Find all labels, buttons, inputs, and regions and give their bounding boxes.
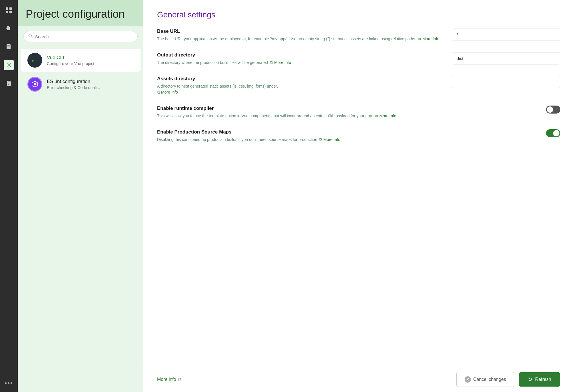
base-url-input[interactable] xyxy=(452,29,560,41)
sidebar: ••• xyxy=(0,0,18,392)
search-bar-wrap xyxy=(18,26,143,45)
svg-rect-13 xyxy=(8,84,9,85)
svg-point-8 xyxy=(8,64,10,66)
more-info-link-output-dir[interactable]: ⧉ More Info xyxy=(270,60,291,66)
setting-row-source-maps: Enable Production Source Maps Disabling … xyxy=(157,129,560,143)
vue-cli-desc: Configure your Vue project xyxy=(47,61,94,66)
footer-more-info-label: More info xyxy=(157,377,176,382)
external-link-icon-4: ⧉ xyxy=(375,113,378,119)
setting-label-base-url: Base URL xyxy=(157,29,443,34)
main-body: General settings Base URL The base URL y… xyxy=(143,0,574,367)
refresh-button[interactable]: ↻ Refresh xyxy=(519,372,560,387)
svg-rect-11 xyxy=(8,83,10,83)
setting-control-source-maps xyxy=(452,129,560,137)
svg-rect-10 xyxy=(8,81,10,82)
more-info-link-base-url[interactable]: ⧉ More Info xyxy=(418,36,439,42)
search-icon xyxy=(28,34,33,39)
setting-control-runtime-compiler xyxy=(452,106,560,114)
settings-icon[interactable] xyxy=(4,60,14,70)
external-link-icon-3: ⧉ xyxy=(157,89,160,95)
toggle-thumb xyxy=(547,106,553,113)
external-link-icon-2: ⧉ xyxy=(270,60,273,66)
svg-rect-6 xyxy=(7,46,10,47)
more-info-link-assets-dir[interactable]: ⧉ More Info xyxy=(157,89,178,95)
search-input[interactable] xyxy=(35,34,133,39)
setting-desc-runtime-compiler: This will allow you to use the template … xyxy=(157,113,443,119)
svg-rect-12 xyxy=(8,84,10,84)
external-link-icon: ⧉ xyxy=(418,36,421,42)
cancel-label: Cancel changes xyxy=(473,377,506,382)
refresh-icon: ↻ xyxy=(528,376,532,383)
setting-label-output-dir: Output directory xyxy=(157,52,443,58)
svg-rect-7 xyxy=(7,47,9,47)
plugin-item-eslint[interactable]: ESLint configuration Error checking & Co… xyxy=(21,73,141,96)
puzzle-icon[interactable] xyxy=(4,23,14,34)
setting-label-source-maps: Enable Production Source Maps xyxy=(157,129,443,135)
search-bar xyxy=(23,31,138,42)
assets-dir-input[interactable] xyxy=(452,76,560,88)
setting-row-base-url: Base URL The base URL your application w… xyxy=(157,29,560,42)
page-title: Project configuration xyxy=(26,8,135,20)
refresh-label: Refresh xyxy=(535,377,551,382)
more-info-link-runtime-compiler[interactable]: ⧉ More Info xyxy=(375,113,396,119)
plugin-item-vue-cli[interactable]: ▸_ Vue CLI Configure your Vue project xyxy=(21,49,141,72)
eslint-avatar xyxy=(27,77,42,92)
setting-label-assets-dir: Assets directory xyxy=(157,76,443,82)
setting-control-assets-dir xyxy=(452,76,560,88)
more-info-link-source-maps[interactable]: ⧉ More Info xyxy=(319,137,340,143)
left-panel: Project configuration ▸_ Vue CLI Configu… xyxy=(18,0,143,392)
svg-rect-0 xyxy=(6,7,8,10)
setting-row-output-dir: Output directory The directory where the… xyxy=(157,52,560,66)
vue-cli-name: Vue CLI xyxy=(47,55,94,60)
toggle-thumb-on xyxy=(553,130,559,136)
svg-rect-3 xyxy=(9,11,12,13)
external-link-icon-5: ⧉ xyxy=(319,137,322,143)
setting-row-assets-dir: Assets directory A directory to nest gen… xyxy=(157,76,560,95)
svg-point-17 xyxy=(34,83,36,85)
setting-info-output-dir: Output directory The directory where the… xyxy=(157,52,443,66)
page-header: Project configuration xyxy=(18,0,143,26)
dashboard-icon[interactable] xyxy=(4,5,14,15)
cancel-icon: ✕ xyxy=(465,376,471,383)
eslint-desc: Error checking & Code quali... xyxy=(47,85,100,90)
setting-info-assets-dir: Assets directory A directory to nest gen… xyxy=(157,76,443,95)
footer-actions: ✕ Cancel changes ↻ Refresh xyxy=(456,372,560,387)
setting-desc-assets-dir: A directory to nest generated static ass… xyxy=(157,83,443,95)
setting-row-runtime-compiler: Enable runtime compiler This will allow … xyxy=(157,106,560,119)
setting-control-base-url xyxy=(452,29,560,41)
setting-desc-base-url: The base URL your application will be de… xyxy=(157,36,443,42)
clipboard-icon[interactable] xyxy=(4,78,14,88)
setting-control-output-dir xyxy=(452,52,560,64)
svg-line-15 xyxy=(31,37,33,38)
footer-more-info-link[interactable]: More info ⧉ xyxy=(157,377,181,382)
cancel-changes-button[interactable]: ✕ Cancel changes xyxy=(456,372,514,387)
output-dir-input[interactable] xyxy=(452,52,560,64)
main-footer: More info ⧉ ✕ Cancel changes ↻ Refresh xyxy=(143,367,574,392)
svg-rect-5 xyxy=(7,45,10,46)
setting-info-source-maps: Enable Production Source Maps Disabling … xyxy=(157,129,443,143)
setting-info-base-url: Base URL The base URL your application w… xyxy=(157,29,443,42)
runtime-compiler-toggle[interactable] xyxy=(546,106,560,114)
footer-external-link-icon: ⧉ xyxy=(178,377,181,382)
more-options-icon[interactable]: ••• xyxy=(5,379,13,387)
source-maps-toggle[interactable] xyxy=(546,129,560,137)
setting-label-runtime-compiler: Enable runtime compiler xyxy=(157,106,443,111)
vue-cli-avatar: ▸_ xyxy=(27,53,42,68)
setting-desc-source-maps: Disabling this can speed up production b… xyxy=(157,137,443,143)
main-content: General settings Base URL The base URL y… xyxy=(143,0,574,392)
eslint-name: ESLint configuration xyxy=(47,79,100,84)
setting-desc-output-dir: The directory where the production build… xyxy=(157,60,443,66)
svg-rect-1 xyxy=(9,7,12,10)
setting-info-runtime-compiler: Enable runtime compiler This will allow … xyxy=(157,106,443,119)
section-title: General settings xyxy=(157,10,560,19)
vue-cli-info: Vue CLI Configure your Vue project xyxy=(47,55,94,66)
svg-rect-2 xyxy=(6,11,8,13)
plugin-list: ▸_ Vue CLI Configure your Vue project ES… xyxy=(18,45,143,100)
eslint-info: ESLint configuration Error checking & Co… xyxy=(47,79,100,90)
book-icon[interactable] xyxy=(4,42,14,52)
